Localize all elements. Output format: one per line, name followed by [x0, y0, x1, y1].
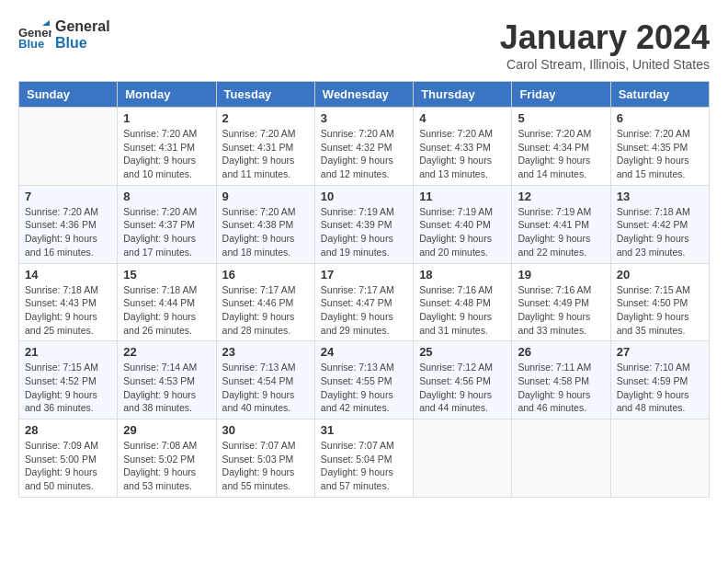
day-cell: 29Sunrise: 7:08 AMSunset: 5:02 PMDayligh… [118, 419, 216, 498]
day-number: 8 [123, 190, 210, 203]
day-number: 15 [123, 268, 210, 282]
day-number: 1 [123, 111, 210, 125]
day-number: 23 [222, 345, 309, 359]
day-cell: 11Sunrise: 7:19 AMSunset: 4:40 PMDayligh… [414, 185, 512, 263]
day-info: Sunrise: 7:13 AMSunset: 4:54 PMDaylight:… [222, 361, 309, 415]
day-info: Sunrise: 7:12 AMSunset: 4:56 PMDaylight:… [419, 361, 506, 415]
day-number: 27 [617, 345, 703, 359]
day-header-tuesday: Tuesday [216, 82, 314, 108]
day-info: Sunrise: 7:19 AMSunset: 4:41 PMDaylight:… [518, 205, 604, 259]
svg-text:Blue: Blue [18, 37, 44, 51]
day-info: Sunrise: 7:19 AMSunset: 4:40 PMDaylight:… [419, 205, 506, 259]
day-info: Sunrise: 7:07 AMSunset: 5:03 PMDaylight:… [222, 439, 309, 493]
day-number: 21 [25, 345, 111, 359]
day-header-monday: Monday [118, 82, 216, 108]
day-info: Sunrise: 7:20 AMSunset: 4:32 PMDaylight:… [321, 127, 407, 181]
day-info: Sunrise: 7:18 AMSunset: 4:43 PMDaylight:… [25, 283, 111, 338]
day-info: Sunrise: 7:17 AMSunset: 4:46 PMDaylight:… [222, 283, 309, 338]
day-header-thursday: Thursday [414, 82, 512, 108]
day-info: Sunrise: 7:16 AMSunset: 4:48 PMDaylight:… [419, 283, 506, 338]
day-cell: 27Sunrise: 7:10 AMSunset: 4:59 PMDayligh… [610, 341, 709, 419]
day-header-saturday: Saturday [610, 82, 709, 108]
day-cell: 8Sunrise: 7:20 AMSunset: 4:37 PMDaylight… [118, 185, 216, 263]
day-info: Sunrise: 7:08 AMSunset: 5:02 PMDaylight:… [123, 439, 210, 493]
day-header-sunday: Sunday [19, 82, 118, 108]
day-info: Sunrise: 7:20 AMSunset: 4:36 PMDaylight:… [25, 205, 111, 259]
day-cell: 14Sunrise: 7:18 AMSunset: 4:43 PMDayligh… [19, 263, 118, 341]
day-number: 9 [222, 190, 309, 203]
day-info: Sunrise: 7:20 AMSunset: 4:35 PMDaylight:… [617, 127, 703, 181]
title-area: January 2024 Carol Stream, Illinois, Uni… [500, 18, 710, 72]
day-info: Sunrise: 7:11 AMSunset: 4:58 PMDaylight:… [518, 361, 604, 415]
logo-general: General [55, 18, 110, 35]
day-cell: 1Sunrise: 7:20 AMSunset: 4:31 PMDaylight… [118, 108, 216, 186]
day-info: Sunrise: 7:18 AMSunset: 4:44 PMDaylight:… [123, 283, 210, 338]
page-header: General Blue General Blue January 2024 C… [18, 18, 710, 72]
day-cell [610, 419, 709, 498]
calendar-header-row: SundayMondayTuesdayWednesdayThursdayFrid… [19, 82, 710, 108]
day-cell: 31Sunrise: 7:07 AMSunset: 5:04 PMDayligh… [314, 419, 413, 498]
logo-icon: General Blue [18, 18, 51, 52]
day-cell: 26Sunrise: 7:11 AMSunset: 4:58 PMDayligh… [512, 341, 610, 419]
day-cell: 10Sunrise: 7:19 AMSunset: 4:39 PMDayligh… [314, 185, 413, 263]
day-number: 4 [419, 111, 506, 125]
day-number: 6 [617, 111, 703, 125]
day-number: 11 [419, 190, 506, 203]
day-number: 25 [419, 345, 506, 359]
week-row-2: 7Sunrise: 7:20 AMSunset: 4:36 PMDaylight… [19, 185, 710, 263]
location-subtitle: Carol Stream, Illinois, United States [500, 57, 710, 72]
day-info: Sunrise: 7:17 AMSunset: 4:47 PMDaylight:… [321, 283, 407, 338]
day-info: Sunrise: 7:15 AMSunset: 4:50 PMDaylight:… [617, 283, 703, 338]
day-cell [19, 108, 118, 186]
month-title: January 2024 [500, 18, 710, 57]
day-info: Sunrise: 7:09 AMSunset: 5:00 PMDaylight:… [25, 439, 111, 493]
day-info: Sunrise: 7:20 AMSunset: 4:31 PMDaylight:… [222, 127, 309, 181]
day-info: Sunrise: 7:07 AMSunset: 5:04 PMDaylight:… [321, 439, 407, 493]
day-cell: 24Sunrise: 7:13 AMSunset: 4:55 PMDayligh… [314, 341, 413, 419]
day-cell: 21Sunrise: 7:15 AMSunset: 4:52 PMDayligh… [19, 341, 118, 419]
day-info: Sunrise: 7:16 AMSunset: 4:49 PMDaylight:… [518, 283, 604, 338]
day-number: 7 [25, 190, 111, 203]
day-info: Sunrise: 7:14 AMSunset: 4:53 PMDaylight:… [123, 361, 210, 415]
calendar-body: 1Sunrise: 7:20 AMSunset: 4:31 PMDaylight… [19, 108, 710, 498]
svg-marker-2 [42, 20, 50, 26]
day-number: 3 [321, 111, 407, 125]
week-row-1: 1Sunrise: 7:20 AMSunset: 4:31 PMDaylight… [19, 108, 710, 186]
day-info: Sunrise: 7:20 AMSunset: 4:33 PMDaylight:… [419, 127, 506, 181]
day-cell: 9Sunrise: 7:20 AMSunset: 4:38 PMDaylight… [216, 185, 314, 263]
day-number: 10 [321, 190, 407, 203]
day-number: 28 [25, 423, 111, 437]
day-cell: 25Sunrise: 7:12 AMSunset: 4:56 PMDayligh… [414, 341, 512, 419]
day-info: Sunrise: 7:10 AMSunset: 4:59 PMDaylight:… [617, 361, 703, 415]
day-header-friday: Friday [512, 82, 610, 108]
day-number: 5 [518, 111, 604, 125]
day-cell: 2Sunrise: 7:20 AMSunset: 4:31 PMDaylight… [216, 108, 314, 186]
logo-blue: Blue [55, 35, 110, 52]
week-row-3: 14Sunrise: 7:18 AMSunset: 4:43 PMDayligh… [19, 263, 710, 341]
day-cell: 6Sunrise: 7:20 AMSunset: 4:35 PMDaylight… [610, 108, 709, 186]
day-cell: 5Sunrise: 7:20 AMSunset: 4:34 PMDaylight… [512, 108, 610, 186]
day-info: Sunrise: 7:19 AMSunset: 4:39 PMDaylight:… [321, 205, 407, 259]
day-info: Sunrise: 7:18 AMSunset: 4:42 PMDaylight:… [617, 205, 703, 259]
day-cell: 18Sunrise: 7:16 AMSunset: 4:48 PMDayligh… [414, 263, 512, 341]
day-cell: 19Sunrise: 7:16 AMSunset: 4:49 PMDayligh… [512, 263, 610, 341]
day-number: 16 [222, 268, 309, 282]
day-number: 12 [518, 190, 604, 203]
day-cell: 4Sunrise: 7:20 AMSunset: 4:33 PMDaylight… [414, 108, 512, 186]
day-cell: 7Sunrise: 7:20 AMSunset: 4:36 PMDaylight… [19, 185, 118, 263]
day-number: 14 [25, 268, 111, 282]
day-cell: 12Sunrise: 7:19 AMSunset: 4:41 PMDayligh… [512, 185, 610, 263]
calendar-table: SundayMondayTuesdayWednesdayThursdayFrid… [18, 81, 710, 498]
day-info: Sunrise: 7:20 AMSunset: 4:31 PMDaylight:… [123, 127, 210, 181]
day-number: 20 [617, 268, 703, 282]
day-number: 29 [123, 423, 210, 437]
day-info: Sunrise: 7:15 AMSunset: 4:52 PMDaylight:… [25, 361, 111, 415]
day-number: 18 [419, 268, 506, 282]
day-cell: 17Sunrise: 7:17 AMSunset: 4:47 PMDayligh… [314, 263, 413, 341]
day-cell: 16Sunrise: 7:17 AMSunset: 4:46 PMDayligh… [216, 263, 314, 341]
day-cell: 15Sunrise: 7:18 AMSunset: 4:44 PMDayligh… [118, 263, 216, 341]
day-cell: 23Sunrise: 7:13 AMSunset: 4:54 PMDayligh… [216, 341, 314, 419]
day-header-wednesday: Wednesday [314, 82, 413, 108]
week-row-4: 21Sunrise: 7:15 AMSunset: 4:52 PMDayligh… [19, 341, 710, 419]
day-number: 19 [518, 268, 604, 282]
